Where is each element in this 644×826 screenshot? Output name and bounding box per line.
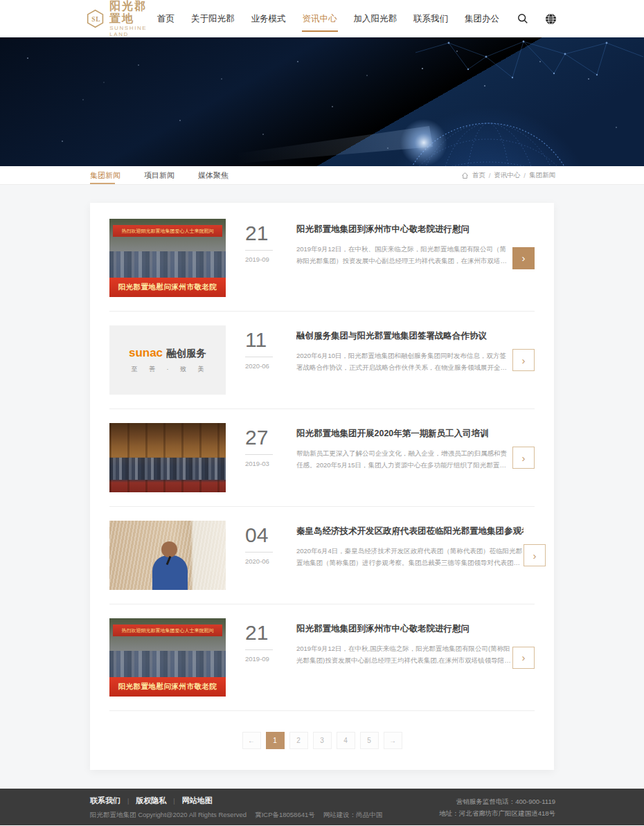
news-text: 阳光郡置地集团到涿州市中心敬老院进行慰问 2019年9月12日，在中秋、国庆来临… <box>296 219 512 267</box>
tab-project-news[interactable]: 项目新闻 <box>144 166 175 184</box>
header: S L 阳光郡置地 SUNSHINE LAND 首页 关于阳光郡 业务模式 资讯… <box>0 0 644 37</box>
sunac-cn-text: 融创服务 <box>166 347 206 360</box>
nav-item-join[interactable]: 加入阳光郡 <box>353 9 398 29</box>
breadcrumb-section[interactable]: 资讯中心 <box>494 171 520 180</box>
breadcrumb-current: 集团新闻 <box>529 171 555 180</box>
footer-icp[interactable]: 冀ICP备18058641号 <box>255 811 315 820</box>
news-more-arrow-button[interactable]: › <box>512 247 535 269</box>
news-thumbnail-sunac-logo[interactable]: sunac 融创服务 至 善 · 致 美 <box>109 325 226 395</box>
news-title[interactable]: 秦皇岛经济技术开发区政府代表团莅临阳光郡置地集团参观考察 <box>296 526 524 537</box>
news-date: 27 2019-03 <box>245 423 281 467</box>
footer-address: 地址：河北省廊坊市广阳区建国道418号 <box>439 808 555 819</box>
tab-group-news[interactable]: 集团新闻 <box>90 166 120 184</box>
news-thumbnail-speaker-photo[interactable] <box>109 521 226 590</box>
footer-separator: | <box>127 798 129 805</box>
breadcrumb-home[interactable]: 首页 <box>472 171 485 180</box>
news-description: 2020年6月10日，阳光郡置地集团和融创服务集团同时发布信息，双方签署战略合作… <box>296 350 512 373</box>
news-item[interactable]: 27 2019-03 阳光郡置地集团开展2020年第一期新员工入司培训 帮助新员… <box>109 409 535 507</box>
svg-text:L: L <box>96 16 100 23</box>
banner-bottom-text: 阳光郡置地慰问涿州市敬老院 <box>109 677 226 697</box>
language-globe-icon[interactable] <box>545 13 557 25</box>
nav-item-home[interactable]: 首页 <box>156 9 175 29</box>
footer-separator: | <box>173 798 175 805</box>
nav-item-news[interactable]: 资讯中心 <box>302 9 338 29</box>
date-divider <box>245 250 273 251</box>
sunac-slogan-text: 至 善 · 致 美 <box>127 365 209 374</box>
section-tabbar: 集团新闻 项目新闻 媒体聚焦 首页 / 资讯中心 / 集团新闻 <box>0 166 644 185</box>
globe-space-art <box>0 37 644 166</box>
news-description: 2019年9月12日，在中秋、国庆来临之际，阳光郡置地集团有限公司（简称阳光郡集… <box>296 244 512 267</box>
news-month: 2019-09 <box>245 655 281 663</box>
date-divider <box>245 649 273 650</box>
nav-item-business[interactable]: 业务模式 <box>251 9 287 29</box>
banner-top-text: 热烈欢迎阳光郡置地集团爱心人士来院慰问 <box>113 625 222 636</box>
date-divider <box>245 357 273 357</box>
crowd-art <box>109 251 226 278</box>
news-more-arrow-button[interactable]: › <box>512 349 535 371</box>
footer: 联系我们 | 版权隐私 | 网站地图 阳光郡置地集团 Copyright@202… <box>0 789 644 825</box>
news-item[interactable]: 04 2020-06 秦皇岛经济技术开发区政府代表团莅临阳光郡置地集团参观考察 … <box>109 507 535 604</box>
brand-text: 阳光郡置地 SUNSHINE LAND <box>109 0 156 37</box>
pagination-page-2[interactable]: 2 <box>289 732 308 749</box>
news-title[interactable]: 阳光郡置地集团开展2020年第一期新员工入司培训 <box>296 428 512 440</box>
nav-item-contact[interactable]: 联系我们 <box>413 9 449 29</box>
tab-media-focus[interactable]: 媒体聚焦 <box>198 166 229 184</box>
news-title[interactable]: 融创服务集团与阳光郡置地集团签署战略合作协议 <box>296 330 512 342</box>
news-description: 2019年9月12日，在中秋,国庆来临之际，阳光郡置地集团有限公司(简称阳光郡集… <box>296 643 512 666</box>
footer-built-by[interactable]: 网站建设：尚品中国 <box>323 811 383 820</box>
nav-item-office[interactable]: 集团办公 <box>464 9 500 29</box>
pagination-next-button[interactable]: → <box>384 732 402 749</box>
pagination-page-5[interactable]: 5 <box>360 732 379 749</box>
news-tabs: 集团新闻 项目新闻 媒体聚焦 <box>90 166 229 184</box>
hero-banner <box>0 37 644 166</box>
brand-logo[interactable]: S L 阳光郡置地 SUNSHINE LAND <box>86 0 156 37</box>
news-list-card: 热烈欢迎阳光郡置地集团爱心人士来院慰问 阳光郡置地慰问涿州市敬老院 21 201… <box>90 203 554 770</box>
pagination-page-1[interactable]: 1 <box>266 732 285 749</box>
news-item[interactable]: 热烈欢迎阳光郡置地集团爱心人士来院慰问 阳光郡置地慰问涿州市敬老院 21 201… <box>109 604 535 711</box>
footer-copyright-row: 阳光郡置地集团 Copyright@2020 All Rights Reserv… <box>90 811 382 820</box>
search-icon[interactable] <box>517 13 528 25</box>
news-item[interactable]: 热烈欢迎阳光郡置地集团爱心人士来院慰问 阳光郡置地慰问涿州市敬老院 21 201… <box>109 205 535 312</box>
main-content: 热烈欢迎阳光郡置地集团爱心人士来院慰问 阳光郡置地慰问涿州市敬老院 21 201… <box>0 185 644 789</box>
pagination-page-4[interactable]: 4 <box>337 732 355 749</box>
pagination: ← 1 2 3 4 5 → <box>109 711 535 770</box>
news-more-arrow-button[interactable]: › <box>512 447 535 469</box>
news-thumbnail-group-photo[interactable] <box>109 423 226 492</box>
news-more-arrow-button[interactable]: › <box>524 544 546 566</box>
footer-link-contact[interactable]: 联系我们 <box>90 796 120 806</box>
footer-phone: 营销服务监督电话：400-900-1119 <box>439 796 555 807</box>
news-title[interactable]: 阳光郡置地集团到涿州市中心敬老院进行慰问 <box>296 224 512 235</box>
news-text: 秦皇岛经济技术开发区政府代表团莅临阳光郡置地集团参观考察 2020年6月4日，秦… <box>296 521 524 568</box>
news-month: 2019-03 <box>245 460 281 467</box>
news-month: 2019-09 <box>245 255 281 263</box>
banner-bottom-text: 阳光郡置地慰问涿州市敬老院 <box>109 278 226 297</box>
pagination-prev-button[interactable]: ← <box>242 732 261 749</box>
brand-name-cn: 阳光郡置地 <box>109 0 156 24</box>
pagination-page-3[interactable]: 3 <box>313 732 332 749</box>
main-nav: 首页 关于阳光郡 业务模式 资讯中心 加入阳光郡 联系我们 集团办公 <box>156 9 557 29</box>
sunac-logo-row: sunac 融创服务 <box>129 346 206 360</box>
news-month: 2020-06 <box>245 362 281 370</box>
news-description: 2020年6月4日，秦皇岛经济技术开发区政府代表团（简称代表团）莅临阳光郡置地集… <box>296 546 524 568</box>
footer-link-privacy[interactable]: 版权隐私 <box>136 796 166 806</box>
news-day: 04 <box>245 525 281 546</box>
footer-links: 联系我们 | 版权隐私 | 网站地图 <box>90 796 382 806</box>
news-date: 11 2020-06 <box>245 325 281 370</box>
news-title[interactable]: 阳光郡置地集团到涿州市中心敬老院进行慰问 <box>296 623 512 635</box>
news-text: 阳光郡置地集团到涿州市中心敬老院进行慰问 2019年9月12日，在中秋,国庆来临… <box>296 618 512 666</box>
crowd-art <box>109 651 226 677</box>
news-more-arrow-button[interactable]: › <box>512 647 535 669</box>
hexagon-sl-icon: S L <box>86 6 105 31</box>
home-icon <box>461 172 469 179</box>
news-date: 04 2020-06 <box>245 521 281 565</box>
news-day: 21 <box>245 223 281 244</box>
news-thumbnail-charity-photo[interactable]: 热烈欢迎阳光郡置地集团爱心人士来院慰问 阳光郡置地慰问涿州市敬老院 <box>109 219 226 297</box>
footer-link-sitemap[interactable]: 网站地图 <box>182 796 213 806</box>
news-item[interactable]: sunac 融创服务 至 善 · 致 美 11 2020-06 融创服务集团与阳… <box>109 312 535 409</box>
news-thumbnail-charity-photo[interactable]: 热烈欢迎阳光郡置地集团爱心人士来院慰问 阳光郡置地慰问涿州市敬老院 <box>109 618 226 697</box>
speaker-head-art <box>161 541 178 557</box>
footer-copyright: 阳光郡置地集团 Copyright@2020 All Rights Reserv… <box>90 811 247 820</box>
nav-item-about[interactable]: 关于阳光郡 <box>190 9 235 29</box>
news-text: 融创服务集团与阳光郡置地集团签署战略合作协议 2020年6月10日，阳光郡置地集… <box>296 325 512 373</box>
footer-left: 联系我们 | 版权隐私 | 网站地图 阳光郡置地集团 Copyright@202… <box>90 796 382 820</box>
